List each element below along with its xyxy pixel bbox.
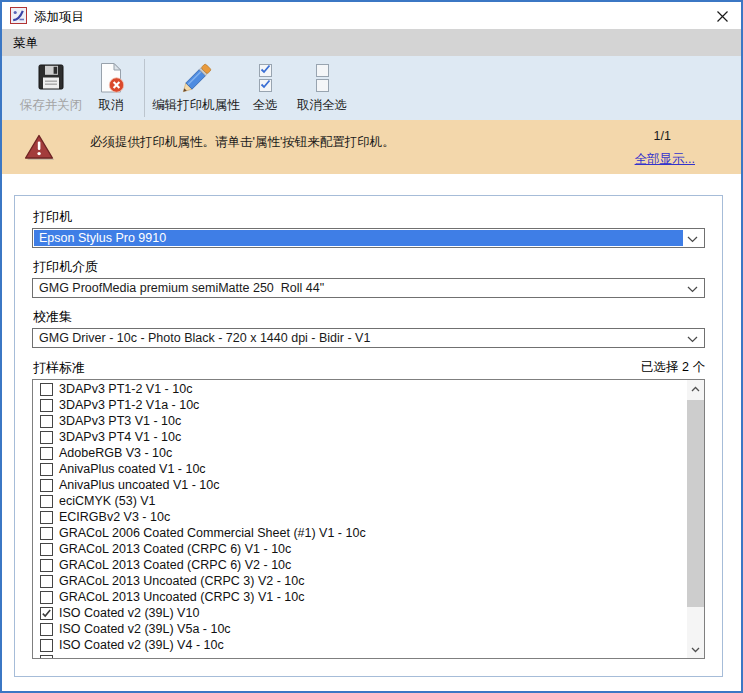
checkbox-unchecked[interactable] <box>40 495 53 508</box>
standard-item[interactable]: ECIRGBv2 V3 - 10c <box>33 509 687 525</box>
warning-message: 必须提供打印机属性。请单击'属性'按钮来配置打印机。 <box>90 134 395 151</box>
standard-item[interactable]: 3DAPv3 PT1-2 V1 - 10c <box>33 381 687 397</box>
save-and-close-button[interactable]: 保存并关闭 <box>16 61 86 115</box>
printer-value: Epson Stylus Pro 9910 <box>34 230 683 246</box>
standard-item[interactable]: GRACoL 2006 Coated Commercial Sheet (#1)… <box>33 525 687 541</box>
standard-item-label: GRACoL 2013 Coated (CRPC 6) V1 - 10c <box>59 542 291 556</box>
standard-item-label: ISO Coated v2 (39L) V4 - 10c <box>59 638 224 652</box>
standard-item[interactable]: ISO Coated v2 (39L) V5a - 10c <box>33 621 687 637</box>
checkbox-unchecked[interactable] <box>40 543 53 556</box>
checkbox-unchecked[interactable] <box>40 591 53 604</box>
app-icon <box>10 7 27 24</box>
edit-pencil-icon <box>147 61 245 98</box>
checkbox-unchecked[interactable] <box>40 431 53 444</box>
menu-item-menu[interactable]: 菜单 <box>13 35 38 52</box>
standard-item[interactable]: 3DAPv3 PT1-2 V1a - 10c <box>33 397 687 413</box>
select-all-button[interactable]: 全选 <box>242 61 288 115</box>
checkbox-unchecked[interactable] <box>40 463 53 476</box>
standard-item[interactable]: GRACoL 2013 Uncoated (CRPC 3) V2 - 10c <box>33 573 687 589</box>
checkbox-unchecked[interactable] <box>40 623 53 636</box>
media-label: 打印机介质 <box>33 258 98 276</box>
close-icon <box>716 10 729 23</box>
standard-item-label: GRACoL 2013 Uncoated (CRPC 3) V2 - 10c <box>59 574 304 588</box>
printer-label: 打印机 <box>33 208 72 226</box>
standard-item[interactable]: GRACoL 2013 Coated (CRPC 6) V1 - 10c <box>33 541 687 557</box>
window-title: 添加项目 <box>34 9 84 26</box>
form-panel: 打印机 Epson Stylus Pro 9910 打印机介质 GMG Proo… <box>14 195 723 677</box>
checkbox-unchecked[interactable] <box>40 383 53 396</box>
checkbox-unchecked[interactable] <box>40 575 53 588</box>
standard-item[interactable]: eciCMYK (53) V1 <box>33 493 687 509</box>
standard-item-label: ISO Coated v2 (39L) V10 <box>59 606 199 620</box>
deselect-all-button[interactable]: 取消全选 <box>290 61 354 115</box>
standard-item[interactable]: AnivaPlus coated V1 - 10c <box>33 461 687 477</box>
media-value: GMG ProofMedia premium semiMatte 250 Rol… <box>34 280 683 296</box>
chevron-down-icon <box>687 336 698 343</box>
toolbar: 保存并关闭 取消 <box>2 56 741 120</box>
chevron-down-icon <box>687 286 698 293</box>
checkbox-unchecked[interactable] <box>40 655 53 659</box>
standard-item[interactable]: ISO Coated v2 (39L) V10 <box>33 605 687 621</box>
warning-icon <box>22 133 58 169</box>
scroll-up-icon[interactable] <box>687 380 704 397</box>
checkbox-unchecked[interactable] <box>40 415 53 428</box>
checkbox-unchecked[interactable] <box>40 527 53 540</box>
close-button[interactable] <box>713 8 731 24</box>
standard-item[interactable]: GRACoL 2013 Uncoated (CRPC 3) V1 - 10c <box>33 589 687 605</box>
checkbox-unchecked[interactable] <box>40 511 53 524</box>
standard-item[interactable]: AdobeRGB V3 - 10c <box>33 445 687 461</box>
checkbox-unchecked[interactable] <box>40 447 53 460</box>
standard-item-label: AdobeRGB V3 - 10c <box>59 446 172 460</box>
standards-list: 3DAPv3 PT1-2 V1 - 10c3DAPv3 PT1-2 V1a - … <box>32 379 705 659</box>
scrollbar-thumb[interactable] <box>687 400 704 607</box>
warning-banner: 必须提供打印机属性。请单击'属性'按钮来配置打印机。 1/1 全部显示... <box>2 120 741 174</box>
scrollbar[interactable] <box>687 380 704 658</box>
standard-item-label: eciCMYK (53) V1 <box>59 494 156 508</box>
edit-printer-properties-button[interactable]: 编辑打印机属性 <box>147 61 245 115</box>
checkbox-unchecked[interactable] <box>40 639 53 652</box>
standard-item-label: AnivaPlus uncoated V1 - 10c <box>59 478 220 492</box>
checkbox-unchecked[interactable] <box>40 479 53 492</box>
standard-item-label: ECIRGBv2 V3 - 10c <box>59 510 170 524</box>
deselect-all-icon <box>290 61 354 98</box>
standard-item[interactable]: AnivaPlus uncoated V1 - 10c <box>33 477 687 493</box>
scroll-down-icon[interactable] <box>687 641 704 658</box>
standards-label: 打样标准 <box>33 359 85 377</box>
save-icon <box>16 61 86 98</box>
standard-item-label: GRACoL 2013 Uncoated (CRPC 3) V1 - 10c <box>59 590 304 604</box>
checkbox-checked[interactable] <box>40 607 53 620</box>
checkbox-unchecked[interactable] <box>40 399 53 412</box>
selected-count: 已选择 2 个 <box>641 359 705 376</box>
printer-select[interactable]: Epson Stylus Pro 9910 <box>32 228 705 248</box>
cancel-icon <box>88 61 134 98</box>
select-all-icon <box>242 61 288 98</box>
standard-item-label: GRACoL 2013 Coated (CRPC 6) V2 - 10c <box>59 558 291 572</box>
standard-item-label: ISO Coated v2 (39L) V5a - 10c <box>59 622 231 636</box>
warning-counter: 1/1 <box>654 129 671 143</box>
calibration-value: GMG Driver - 10c - Photo Black - 720 x 1… <box>34 330 683 346</box>
checkbox-unchecked[interactable] <box>40 559 53 572</box>
title-bar: 添加项目 <box>2 2 741 29</box>
standard-item[interactable]: ISO Coated v2 (39L) V4 - 10c <box>33 637 687 653</box>
show-all-link[interactable]: 全部显示... <box>635 151 695 168</box>
chevron-down-icon <box>687 236 698 243</box>
standard-item-label: 3DAPv3 PT1-2 V1a - 10c <box>59 398 199 412</box>
add-item-dialog: 添加项目 菜单 保存并关闭 <box>0 0 743 693</box>
media-select[interactable]: GMG ProofMedia premium semiMatte 250 Rol… <box>32 278 705 298</box>
standard-item-label: 3DAPv3 PT4 V1 - 10c <box>59 430 181 444</box>
standard-item[interactable]: GRACoL 2013 Coated (CRPC 6) V2 - 10c <box>33 557 687 573</box>
calibration-select[interactable]: GMG Driver - 10c - Photo Black - 720 x 1… <box>32 328 705 348</box>
standard-item-label: 3DAPv3 PT1-2 V1 - 10c <box>59 382 192 396</box>
cancel-button[interactable]: 取消 <box>88 61 134 115</box>
standard-item[interactable]: 3DAPv3 PT3 V1 - 10c <box>33 413 687 429</box>
standard-item[interactable] <box>33 653 687 658</box>
standard-item[interactable]: 3DAPv3 PT4 V1 - 10c <box>33 429 687 445</box>
standard-item-label: AnivaPlus coated V1 - 10c <box>59 462 206 476</box>
calibration-label: 校准集 <box>33 308 72 326</box>
standard-item-label: GRACoL 2006 Coated Commercial Sheet (#1)… <box>59 526 366 540</box>
standard-item-label: 3DAPv3 PT3 V1 - 10c <box>59 414 181 428</box>
menu-bar: 菜单 <box>2 29 741 56</box>
toolbar-separator <box>144 59 145 117</box>
